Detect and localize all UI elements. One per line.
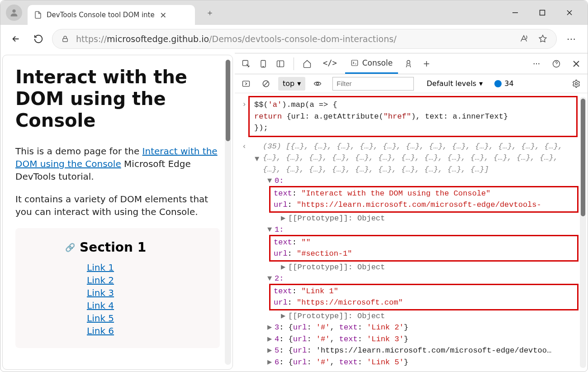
svg-rect-9: [277, 61, 284, 67]
console-toolbar: top ▾ Default levels ▾ 34: [235, 74, 588, 93]
result-item-compact[interactable]: ▶3: {url: '#', text: 'Link 2'}: [238, 322, 584, 334]
section-link[interactable]: Link 3: [87, 287, 170, 298]
browser-tab[interactable]: DevTools Console tool DOM inte ✕: [28, 5, 195, 25]
console-body: › $$('a').map(a => { return {url: a.getA…: [235, 93, 588, 372]
inspect-icon[interactable]: [238, 56, 254, 72]
back-button[interactable]: [7, 30, 25, 48]
clear-console-icon[interactable]: [258, 76, 274, 91]
window-close-button[interactable]: [562, 5, 577, 20]
elements-tab[interactable]: </>: [318, 54, 342, 74]
result-item-body: text: "Interact with the DOM using the C…: [270, 187, 578, 212]
issues-badge[interactable]: 34: [494, 79, 513, 88]
dock-icon[interactable]: [273, 56, 288, 72]
welcome-tab-icon[interactable]: [299, 56, 315, 72]
prototype-row[interactable]: ▶[[Prototype]]: Object: [238, 213, 584, 224]
page-intro-2: It contains a variety of DOM elements th…: [15, 193, 220, 218]
section-card: 🔗 Section 1 Link 1Link 2Link 3Link 4Link…: [15, 228, 220, 348]
new-tab-button[interactable]: ＋: [206, 9, 214, 17]
page-scrollbar[interactable]: [225, 60, 231, 365]
page-heading: Interact with the DOM using the Console: [15, 66, 220, 131]
titlebar: DevTools Console tool DOM inte ✕ ＋: [0, 0, 588, 25]
maximize-button[interactable]: [535, 5, 550, 20]
svg-rect-11: [351, 60, 358, 66]
result-item-compact[interactable]: ▶6: {url: '#', text: 'Link 5'}: [238, 357, 584, 368]
console-scrollbar[interactable]: [580, 97, 586, 368]
prompt-icon: ›: [242, 99, 247, 110]
more-menu-button[interactable]: ⋯: [561, 33, 581, 44]
section-link[interactable]: Link 1: [87, 262, 170, 273]
sources-tab-icon[interactable]: [401, 56, 416, 72]
live-expression-icon[interactable]: [310, 76, 325, 91]
context-dropdown[interactable]: top ▾: [278, 77, 305, 91]
svg-point-22: [575, 82, 578, 85]
prototype-row[interactable]: ▶[[Prototype]]: Object: [238, 262, 584, 273]
favorite-icon[interactable]: [537, 33, 548, 44]
section-link[interactable]: Link 2: [87, 275, 170, 286]
url-text: https://microsoftedge.github.io/Demos/de…: [76, 34, 512, 44]
svg-rect-5: [63, 38, 68, 42]
svg-rect-18: [243, 81, 250, 86]
result-summary[interactable]: ‹ ▼ (35) [{…}, {…}, {…}, {…}, {…}, {…}, …: [238, 141, 584, 176]
devtools-tabs: </> Console ⋯: [235, 53, 588, 74]
add-tab-button[interactable]: [419, 56, 434, 72]
sidebar-toggle-icon[interactable]: [238, 76, 254, 91]
page-viewport: Interact with the DOM using the Console …: [2, 55, 233, 370]
result-item-header[interactable]: ▼0:: [238, 175, 584, 187]
help-icon[interactable]: [549, 56, 564, 72]
link-list: Link 1Link 2Link 3Link 4Link 5Link 6: [65, 262, 170, 336]
svg-point-0: [12, 10, 15, 13]
svg-rect-2: [540, 10, 545, 15]
svg-point-12: [407, 60, 410, 63]
section-title: Section 1: [80, 240, 146, 255]
result-item-header[interactable]: ▼1:: [238, 224, 584, 236]
filter-input[interactable]: [332, 77, 414, 91]
prototype-row[interactable]: ▶[[Prototype]]: Object: [238, 310, 584, 322]
tab-close-button[interactable]: ✕: [159, 11, 167, 19]
result-item-body: text: ""url: "#section-1": [270, 236, 578, 261]
read-aloud-icon[interactable]: [518, 33, 529, 44]
browser-toolbar: https://microsoftedge.github.io/Demos/de…: [0, 25, 588, 53]
result-item-compact[interactable]: ▶5: {url: 'https://learn.microsoft.com/m…: [238, 345, 584, 357]
devtools-panel: </> Console ⋯ top ▾ Defaul: [235, 53, 588, 372]
svg-line-20: [264, 81, 268, 85]
minimize-button[interactable]: [508, 5, 522, 20]
section-link[interactable]: Link 5: [87, 313, 170, 324]
tab-title: DevTools Console tool DOM inte: [47, 11, 155, 19]
svg-point-21: [317, 82, 319, 85]
section-link[interactable]: Link 6: [87, 325, 170, 336]
profile-icon[interactable]: [6, 5, 22, 21]
console-tab[interactable]: Console: [345, 54, 398, 74]
page-intro-1: This is a demo page for the Interact wit…: [15, 145, 220, 183]
devtools-more-button[interactable]: ⋯: [529, 56, 544, 72]
console-settings-icon[interactable]: [569, 76, 584, 91]
lock-icon[interactable]: [61, 34, 70, 43]
section-link[interactable]: Link 4: [87, 300, 170, 311]
result-item-header[interactable]: ▼2:: [238, 273, 584, 285]
result-item-compact[interactable]: ▶4: {url: '#', text: 'Link 3'}: [238, 334, 584, 345]
window-controls: [508, 5, 588, 20]
console-icon: [351, 59, 359, 67]
address-bar[interactable]: https://microsoftedge.github.io/Demos/de…: [52, 29, 557, 49]
link-icon: 🔗: [65, 243, 75, 252]
result-item-body: text: "Link 1"url: "https://microsoft.co…: [270, 285, 578, 310]
refresh-button[interactable]: [29, 30, 47, 48]
console-input-block: $$('a').map(a => { return {url: a.getAtt…: [248, 96, 578, 137]
page-icon: [34, 11, 42, 19]
levels-dropdown[interactable]: Default levels ▾: [427, 79, 483, 88]
devtools-close-button[interactable]: [569, 56, 584, 72]
device-icon[interactable]: [256, 56, 271, 72]
